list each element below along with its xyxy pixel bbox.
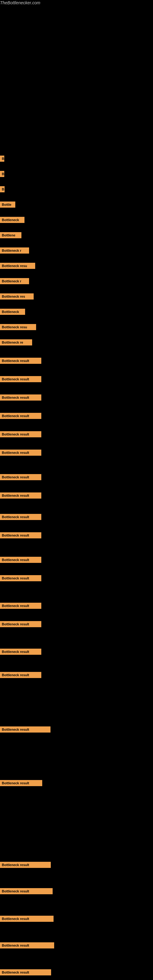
bar-item-24: Bottleneck result	[0, 557, 41, 563]
bar-item-31: Bottleneck result	[0, 780, 42, 786]
bar-item-16: Bottleneck result	[0, 395, 41, 401]
bar-label-32: Bottleneck result	[0, 862, 51, 868]
bar-item-23: Bottleneck result	[0, 532, 41, 538]
bar-item-20: Bottleneck result	[0, 474, 41, 480]
bar-item-11: Bottleneck	[0, 309, 25, 315]
bar-label-14: Bottleneck result	[0, 358, 41, 364]
bar-label-36: Bottleneck result	[0, 969, 51, 975]
bar-item-2: B	[0, 171, 4, 177]
bar-label-31: Bottleneck result	[0, 780, 42, 786]
bar-label-9: Bottleneck r	[0, 278, 29, 284]
bar-item-15: Bottleneck result	[0, 376, 41, 382]
bar-label-2: B	[0, 171, 4, 177]
bar-item-34: Bottleneck result	[0, 916, 54, 922]
bar-label-34: Bottleneck result	[0, 916, 54, 922]
bar-label-24: Bottleneck result	[0, 557, 41, 563]
bar-item-35: Bottleneck result	[0, 942, 54, 948]
bar-label-13: Bottleneck re	[0, 339, 32, 345]
bar-label-20: Bottleneck result	[0, 474, 41, 480]
bar-label-33: Bottleneck result	[0, 888, 53, 894]
bar-item-28: Bottleneck result	[0, 649, 41, 655]
bar-label-10: Bottleneck res	[0, 293, 33, 299]
bar-item-10: Bottleneck res	[0, 293, 33, 299]
bar-item-22: Bottleneck result	[0, 514, 41, 520]
bar-item-36: Bottleneck result	[0, 969, 51, 975]
bar-label-23: Bottleneck result	[0, 532, 41, 538]
site-title: TheBottlenecker.com	[0, 0, 153, 5]
bar-label-19: Bottleneck result	[0, 450, 41, 456]
bar-item-17: Bottleneck result	[0, 413, 41, 419]
bar-label-35: Bottleneck result	[0, 942, 54, 948]
bar-label-6: Bottlene	[0, 232, 21, 238]
bar-label-27: Bottleneck result	[0, 621, 41, 627]
bar-item-32: Bottleneck result	[0, 862, 51, 868]
bar-item-21: Bottleneck result	[0, 492, 41, 499]
bar-label-25: Bottleneck result	[0, 575, 41, 581]
bar-label-26: Bottleneck result	[0, 603, 41, 609]
bar-label-4: Bottle	[0, 202, 15, 208]
bar-label-30: Bottleneck result	[0, 726, 51, 733]
bar-item-8: Bottleneck resu	[0, 263, 35, 269]
bar-item-14: Bottleneck result	[0, 358, 41, 364]
bar-item-29: Bottleneck result	[0, 672, 41, 678]
bar-item-5: Bottleneck	[0, 217, 24, 223]
bar-item-4: Bottle	[0, 202, 15, 208]
bar-item-12: Bottleneck resu	[0, 324, 36, 330]
bar-label-22: Bottleneck result	[0, 514, 41, 520]
bar-label-1: B	[0, 156, 4, 162]
bar-label-17: Bottleneck result	[0, 413, 41, 419]
bar-item-26: Bottleneck result	[0, 603, 41, 609]
bar-label-12: Bottleneck resu	[0, 324, 36, 330]
bar-label-16: Bottleneck result	[0, 395, 41, 401]
bar-label-5: Bottleneck	[0, 217, 24, 223]
bar-item-6: Bottlene	[0, 232, 21, 238]
bar-label-21: Bottleneck result	[0, 492, 41, 499]
bar-label-7: Bottleneck r	[0, 247, 29, 254]
bar-item-3: B	[0, 186, 5, 192]
bar-item-25: Bottleneck result	[0, 575, 41, 581]
bar-item-7: Bottleneck r	[0, 247, 29, 254]
bar-item-27: Bottleneck result	[0, 621, 41, 627]
bar-label-15: Bottleneck result	[0, 376, 41, 382]
bar-label-29: Bottleneck result	[0, 672, 41, 678]
bar-item-13: Bottleneck re	[0, 339, 32, 345]
bar-item-18: Bottleneck result	[0, 431, 41, 438]
bar-item-33: Bottleneck result	[0, 888, 53, 894]
bar-label-28: Bottleneck result	[0, 649, 41, 655]
bar-label-18: Bottleneck result	[0, 431, 41, 438]
bar-item-1: B	[0, 156, 4, 162]
bar-label-11: Bottleneck	[0, 309, 25, 315]
bar-item-30: Bottleneck result	[0, 726, 51, 733]
bar-item-9: Bottleneck r	[0, 278, 29, 284]
bar-label-8: Bottleneck resu	[0, 263, 35, 269]
bar-label-3: B	[0, 186, 5, 192]
bar-item-19: Bottleneck result	[0, 450, 41, 456]
